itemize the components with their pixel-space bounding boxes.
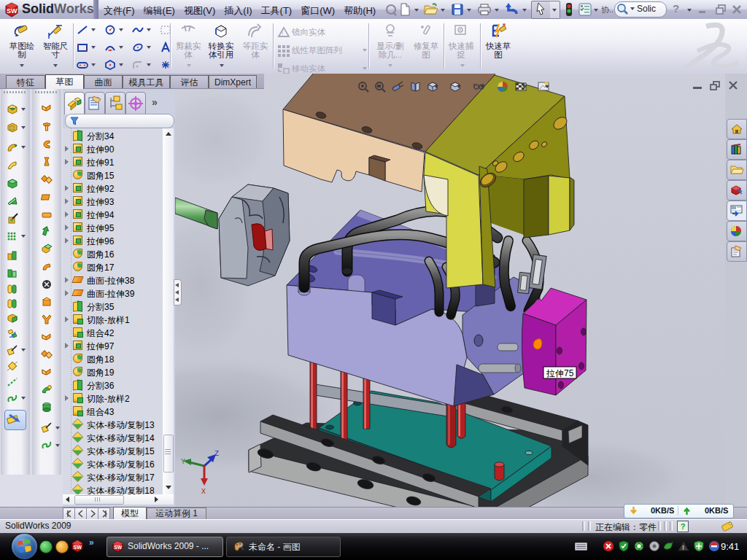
svg-text:Y: Y	[181, 458, 185, 466]
svg-text:!: !	[282, 30, 283, 36]
svg-text:!: !	[682, 544, 684, 551]
svg-text:*: *	[14, 346, 16, 351]
svg-text:*: *	[48, 423, 50, 428]
svg-text:SW: SW	[74, 545, 82, 550]
svg-text:X: X	[201, 488, 206, 496]
svg-text:拉伸75: 拉伸75	[546, 368, 574, 378]
svg-text:Z: Z	[214, 450, 219, 458]
svg-text:SW: SW	[114, 545, 122, 550]
svg-text:SW: SW	[7, 7, 18, 15]
